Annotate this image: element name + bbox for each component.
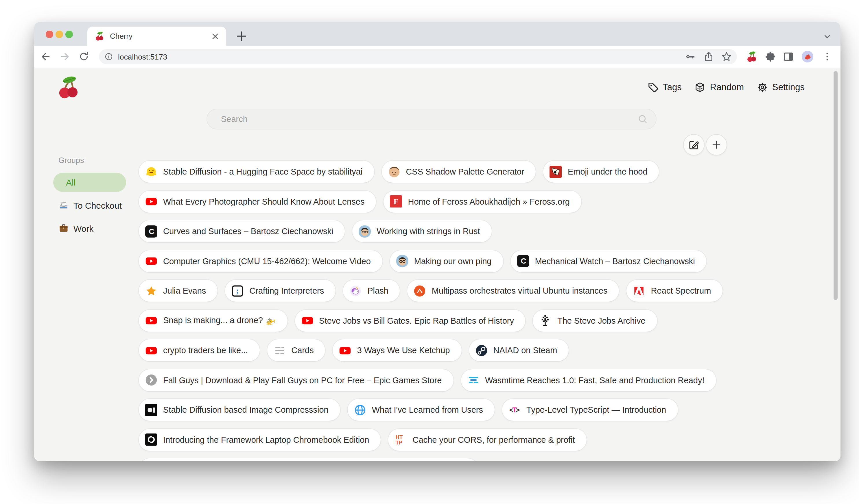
type-level-ts-icon	[509, 404, 521, 416]
bookmark-pill[interactable]: Snap is making... a drone? 🚁	[139, 310, 287, 331]
group-item-to-checkout[interactable]: To Checkout	[53, 196, 141, 214]
bookmark-pill[interactable]: Plash	[343, 280, 400, 302]
traffic-light-close[interactable]	[46, 31, 53, 38]
url-text: localhost:5173	[118, 52, 167, 61]
bookmark-title: React Spectrum	[651, 286, 711, 295]
text-lines-icon	[273, 344, 285, 356]
side-panel-icon[interactable]	[783, 51, 794, 62]
bookmark-pill[interactable]: Julia Evans	[139, 280, 217, 302]
profile-avatar[interactable]	[801, 50, 814, 63]
bookmark-title: Emoji under the hood	[568, 167, 648, 176]
star-icon	[145, 285, 157, 297]
cherry-extension-icon[interactable]	[746, 51, 758, 62]
tab-cherry[interactable]: Cherry	[87, 27, 226, 46]
bookmark-title: Making our own ping	[414, 256, 492, 266]
tab-close-icon[interactable]	[210, 31, 221, 41]
bookmark-pill[interactable]: Making our own ping	[390, 250, 503, 272]
bookmark-pill[interactable]: The Steve Jobs Archive	[533, 310, 657, 331]
bookmark-title: Working with strings in Rust	[377, 226, 480, 236]
bookmark-pill[interactable]: Crafting Interpreters	[225, 280, 335, 302]
bookmark-pill[interactable]: Home of Feross Aboukhadijeh » Feross.org	[383, 190, 581, 212]
semicolon-book-icon	[231, 285, 243, 297]
tag-icon	[647, 81, 659, 93]
extensions-puzzle-icon[interactable]	[765, 51, 776, 62]
bookmark-pill[interactable]: Mechanical Watch – Bartosz Ciechanowski	[511, 250, 706, 272]
hugging-face-icon	[145, 166, 157, 178]
password-key-icon[interactable]	[684, 51, 696, 62]
nav-settings[interactable]: Settings	[757, 81, 804, 93]
youtube-icon	[145, 314, 157, 327]
browser-window: Cherry localhost:5173	[34, 22, 841, 461]
bookmark-title: What I've Learned from Users	[372, 405, 483, 414]
bookmark-title: NAIAD on Steam	[493, 346, 557, 355]
bookmark-pill[interactable]: 3 Ways We Use Ketchup	[333, 339, 462, 361]
bookmark-title: Julia Evans	[163, 286, 206, 295]
add-bookmark-button[interactable]	[705, 134, 727, 156]
bookmark-row: Computer Graphics (CMU 15-462/662): Welc…	[139, 250, 833, 272]
bookmark-title: Curves and Surfaces – Bartosz Ciechanows…	[163, 226, 333, 236]
bookmark-pill[interactable]: What Every Photographer Should Know Abou…	[139, 190, 376, 212]
emoji-under-hood-icon	[550, 166, 562, 178]
bookmark-pill[interactable]: Curves and Surfaces – Bartosz Ciechanows…	[139, 220, 345, 242]
bookmark-pill[interactable]: Cache your CORS, for performance & profi…	[389, 429, 587, 451]
nav-random[interactable]: Random	[694, 81, 744, 93]
tab-search-chevron-icon[interactable]	[822, 31, 832, 42]
back-button[interactable]	[40, 51, 51, 62]
bookmark-pill[interactable]: Emoji under the hood	[543, 161, 659, 183]
framework-icon	[145, 434, 157, 446]
youtube-icon	[339, 344, 351, 356]
share-icon[interactable]	[703, 51, 714, 62]
menu-dots-icon[interactable]	[822, 51, 833, 62]
bookmark-row: crypto traders be like...Cards3 Ways We …	[139, 339, 833, 361]
bookmark-row: Introducing the Framework Laptop Chromeb…	[139, 429, 833, 451]
new-tab-button[interactable]	[235, 30, 248, 43]
adobe-icon	[633, 285, 645, 297]
bookmark-pill[interactable]: Working with strings in Rust	[352, 220, 492, 242]
desktop: Cherry localhost:5173	[0, 0, 859, 504]
unicorn-icon	[349, 285, 362, 297]
search-bar	[207, 109, 657, 129]
rust-avatar-icon	[359, 225, 371, 237]
bookmark-pill-partial[interactable]	[139, 458, 478, 461]
bookmark-pill[interactable]: Fall Guys | Download & Play Fall Guys on…	[139, 369, 453, 391]
page-content: Tags Random Settings	[34, 68, 841, 461]
reload-button[interactable]	[78, 51, 90, 62]
youtube-icon	[145, 195, 157, 207]
bookmark-pill[interactable]: Stable Diffusion - a Hugging Face Space …	[139, 161, 374, 183]
bookmark-pill[interactable]: Type-Level TypeScript — Introduction	[502, 399, 678, 421]
bookmark-pill[interactable]: Introducing the Framework Laptop Chromeb…	[139, 429, 381, 451]
group-all-label: All	[66, 177, 75, 187]
group-item-work[interactable]: Work	[53, 220, 141, 237]
multipass-icon	[414, 285, 426, 297]
bookmark-pill[interactable]: Stable Diffusion based Image Compresssio…	[139, 399, 340, 421]
bookmark-pill[interactable]: Steve Jobs vs Bill Gates. Epic Rap Battl…	[295, 310, 526, 331]
bookmark-pill[interactable]: React Spectrum	[627, 280, 723, 302]
bookmark-pill[interactable]: crypto traders be like...	[139, 339, 259, 361]
group-item-all[interactable]: All	[53, 173, 126, 192]
bookmark-pill[interactable]: Multipass orchestrates virtual Ubuntu in…	[408, 280, 619, 302]
bookmark-title: Cache your CORS, for performance & profi…	[413, 435, 575, 444]
bookmarks-grid: Stable Diffusion - a Hugging Face Space …	[139, 161, 833, 458]
steam-icon	[475, 344, 487, 356]
bookmark-pill[interactable]: NAIAD on Steam	[469, 339, 569, 361]
bookmark-pill[interactable]: Cards	[267, 339, 325, 361]
edit-bookmarks-button[interactable]	[683, 134, 705, 156]
traffic-light-minimize[interactable]	[56, 31, 63, 38]
address-bar[interactable]: localhost:5173	[99, 49, 737, 64]
tab-title: Cherry	[110, 32, 210, 41]
nav-tags[interactable]: Tags	[647, 81, 682, 93]
youtube-icon	[301, 314, 313, 327]
search-input[interactable]	[207, 109, 656, 129]
nav-random-label: Random	[710, 82, 744, 93]
site-info-icon[interactable]	[104, 52, 114, 61]
page-scrollbar[interactable]	[833, 71, 838, 300]
bookmark-pill[interactable]: What I've Learned from Users	[348, 399, 495, 421]
bookmark-pill[interactable]: Computer Graphics (CMU 15-462/662): Welc…	[139, 250, 382, 272]
feross-icon	[390, 195, 402, 207]
bookmark-star-icon[interactable]	[721, 51, 732, 62]
forward-button[interactable]	[59, 51, 71, 62]
pixel-tree-icon	[539, 314, 552, 327]
bookmark-pill[interactable]: CSS Shadow Palette Generator	[381, 161, 536, 183]
traffic-light-zoom[interactable]	[65, 31, 73, 38]
bookmark-pill[interactable]: Wasmtime Reaches 1.0: Fast, Safe and Pro…	[461, 369, 716, 391]
